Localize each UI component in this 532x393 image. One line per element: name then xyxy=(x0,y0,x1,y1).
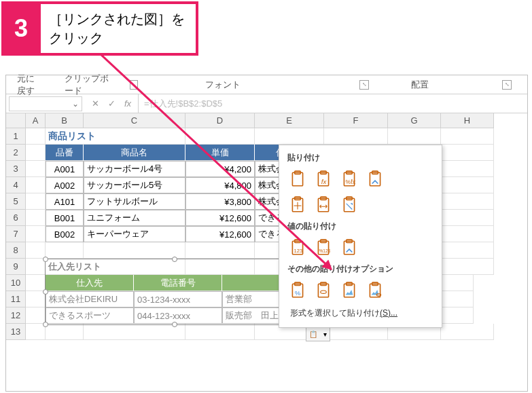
col-header[interactable]: A xyxy=(26,113,46,128)
formula-input[interactable]: =仕入先!$B$2:$D$5 xyxy=(139,98,527,110)
cell[interactable] xyxy=(441,145,494,161)
cell[interactable]: できるスポーツ xyxy=(46,307,134,324)
col-header[interactable]: B xyxy=(46,113,84,128)
cell[interactable] xyxy=(441,259,494,275)
chevron-down-icon[interactable]: ⌄ xyxy=(72,99,79,109)
paste-picture-icon[interactable] xyxy=(338,279,361,302)
cell[interactable]: 044-123-xxxx xyxy=(134,307,222,324)
table-header[interactable]: 電話番号 xyxy=(134,275,222,291)
cell[interactable]: B002 xyxy=(46,226,84,242)
paste-keep-source-icon[interactable] xyxy=(363,168,387,191)
cell[interactable]: ¥4,200 xyxy=(185,161,255,177)
cell[interactable] xyxy=(26,275,46,291)
row-header[interactable]: 12 xyxy=(6,307,26,324)
cell[interactable] xyxy=(441,324,494,340)
paste-formulas-number-icon[interactable]: %fx xyxy=(338,168,361,191)
font-launcher-icon[interactable]: ⤡ xyxy=(359,80,369,90)
cell[interactable]: フットサルボール xyxy=(84,193,185,210)
cell[interactable]: ¥12,600 xyxy=(185,210,255,226)
cancel-icon[interactable]: ✕ xyxy=(89,98,101,109)
cell[interactable]: ¥3,800 xyxy=(185,193,255,210)
cell[interactable] xyxy=(26,193,46,210)
paste-formatting-icon[interactable]: % xyxy=(286,279,309,302)
paste-special-link[interactable]: 形式を選択して貼り付け(S)... xyxy=(283,303,438,323)
row-header[interactable]: 9 xyxy=(6,259,26,275)
cell[interactable]: サッカーボール5号 xyxy=(84,177,185,193)
row-header[interactable]: 7 xyxy=(6,226,26,242)
cell[interactable] xyxy=(26,242,46,259)
cell[interactable] xyxy=(26,291,46,307)
col-header[interactable]: F xyxy=(324,113,388,128)
col-header[interactable]: G xyxy=(388,113,441,128)
cell[interactable] xyxy=(185,324,255,340)
cell[interactable] xyxy=(441,242,494,259)
paste-link-icon[interactable] xyxy=(312,279,335,302)
cell[interactable] xyxy=(46,324,84,340)
row-header[interactable]: 13 xyxy=(6,324,26,340)
table-header[interactable]: 品番 xyxy=(46,145,84,161)
cell[interactable]: A001 xyxy=(46,161,84,177)
cell[interactable] xyxy=(441,177,494,193)
cell-title[interactable]: 商品リスト xyxy=(46,128,185,145)
paste-column-widths-icon[interactable] xyxy=(312,193,335,217)
cell[interactable]: 03-1234-xxxx xyxy=(134,291,222,307)
col-header[interactable]: D xyxy=(185,113,255,128)
paste-values-source-icon[interactable] xyxy=(338,236,361,259)
table-header[interactable]: 商品名 xyxy=(84,145,185,161)
cell[interactable] xyxy=(26,161,46,177)
cell[interactable] xyxy=(185,242,255,259)
row-header[interactable]: 2 xyxy=(6,145,26,161)
paste-transpose-icon[interactable] xyxy=(338,193,361,217)
cell[interactable] xyxy=(441,193,494,210)
cell[interactable] xyxy=(441,226,494,242)
cell[interactable] xyxy=(26,226,46,242)
row-header[interactable]: 5 xyxy=(6,193,26,210)
ribbon-font-label[interactable]: フォント xyxy=(194,79,251,91)
cell[interactable] xyxy=(255,128,324,145)
cell[interactable] xyxy=(26,307,46,324)
row-header[interactable]: 6 xyxy=(6,210,26,226)
row-header[interactable]: 11 xyxy=(6,291,26,307)
select-all-button[interactable] xyxy=(6,113,26,128)
row-header[interactable]: 1 xyxy=(6,128,26,145)
paste-default-icon[interactable] xyxy=(286,168,309,191)
cell[interactable]: ¥4,800 xyxy=(185,177,255,193)
row-header[interactable]: 10 xyxy=(6,275,26,291)
cell[interactable] xyxy=(185,259,255,275)
col-header[interactable]: E xyxy=(255,113,324,128)
paste-options-button[interactable]: 📋 ▾ xyxy=(306,326,330,341)
cell[interactable]: 株式会社DEKIRU xyxy=(46,291,134,307)
paste-no-borders-icon[interactable] xyxy=(286,193,309,217)
row-header[interactable]: 3 xyxy=(6,161,26,177)
paste-formulas-icon[interactable]: fx xyxy=(312,168,335,191)
name-box[interactable]: ⌄ xyxy=(9,96,82,111)
cell[interactable]: A002 xyxy=(46,177,84,193)
cell[interactable]: B001 xyxy=(46,210,84,226)
cell[interactable] xyxy=(26,210,46,226)
enter-icon[interactable]: ✓ xyxy=(105,98,118,109)
cell[interactable] xyxy=(46,242,84,259)
cell[interactable] xyxy=(84,242,185,259)
cell[interactable]: ¥12,600 xyxy=(185,226,255,242)
ribbon-alignment-label[interactable]: 配置 xyxy=(400,79,440,91)
cell-title[interactable]: 仕入先リスト xyxy=(46,259,185,275)
cell[interactable] xyxy=(84,324,185,340)
cell[interactable]: ユニフォーム xyxy=(84,210,185,226)
paste-linked-picture-icon[interactable] xyxy=(363,279,387,302)
cell[interactable]: キーパーウェア xyxy=(84,226,185,242)
row-header[interactable]: 4 xyxy=(6,177,26,193)
cell[interactable]: A101 xyxy=(46,193,84,210)
cell[interactable] xyxy=(441,161,494,177)
cell[interactable] xyxy=(441,210,494,226)
ribbon-undo-label[interactable]: 元に戻す xyxy=(6,73,54,97)
alignment-launcher-icon[interactable]: ⤡ xyxy=(502,80,512,90)
cell[interactable]: サッカーボール4号 xyxy=(84,161,185,177)
cell[interactable] xyxy=(324,128,388,145)
fx-icon[interactable]: fx xyxy=(122,98,134,109)
row-header[interactable]: 8 xyxy=(6,242,26,259)
table-header[interactable]: 単価 xyxy=(185,145,255,161)
col-header[interactable]: H xyxy=(441,113,494,128)
table-header[interactable]: 仕入先 xyxy=(46,275,134,291)
cell[interactable] xyxy=(26,145,46,161)
cell[interactable] xyxy=(26,128,46,145)
